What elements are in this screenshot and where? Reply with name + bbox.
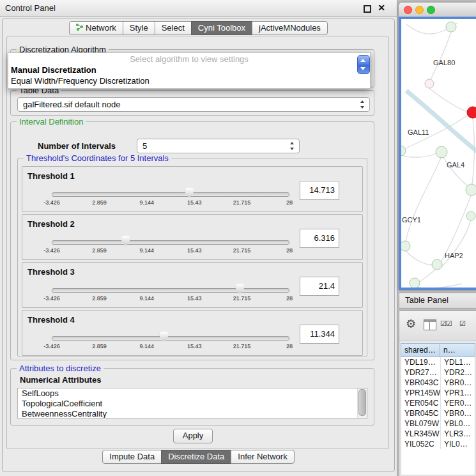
threshold-slider[interactable]: -3.4262.8599.14415.4321.71528 [52,238,289,259]
table-data-combo[interactable]: galFiltered.sif default node [17,97,370,112]
table-cell[interactable]: YBR0… [441,378,475,388]
table-cell[interactable]: YDR2… [441,367,475,378]
table-rows: YDL19…YDL1…YDR27…YDR2…YBR043CYBR0…YPR145… [401,357,475,475]
slider-scale: -3.4262.8599.14415.4321.71528 [52,342,289,351]
settings-gear-icon[interactable]: ⚙ [406,317,416,331]
tab-style[interactable]: Style [123,21,155,35]
network-tab-icon [76,22,83,35]
table-row[interactable]: YDL19…YDL1… [401,357,475,367]
number-of-intervals-combo[interactable]: 5 [137,139,300,153]
table-cell[interactable]: YLR3… [441,429,475,439]
network-node[interactable] [466,211,475,220]
table-row[interactable]: YLR345WYLR3… [401,429,475,439]
float-panel-button[interactable] [364,5,371,13]
attributes-group: Attributes to discretize Numerical Attri… [10,368,374,426]
table-cell[interactable]: YDR27… [401,367,441,378]
select-all-icon[interactable]: ☑ [459,319,465,328]
tick-label: 9.144 [140,247,155,254]
table-toolbar: ⚙ ☑☑ ☑ [399,311,476,341]
attribute-item[interactable]: BetweennessCentrality [18,409,367,418]
interval-definition-group-label: Interval Definition [17,117,86,127]
traffic-light-close[interactable] [404,6,412,14]
threshold-slider[interactable]: -3.4262.8599.14415.4321.71528 [52,334,289,355]
table-row[interactable]: YER054CYER0… [401,398,475,408]
threshold-panel-4: Threshold 4 -3.4262.8599.14415.4321.7152… [22,310,363,356]
show-columns-icon[interactable] [424,319,436,330]
tab-network[interactable]: Network [69,21,123,35]
table-cell[interactable]: YDL19… [401,357,441,367]
tab-jactivemodules[interactable]: jActiveMNodules [252,21,328,35]
tick-label: 15.43 [187,199,202,206]
table-row[interactable]: YBL079WYBL0… [401,418,475,429]
table-row[interactable]: YBR045CYBR0… [401,408,475,418]
tick-label: 2.859 [92,343,107,349]
panel-title: Control Panel [5,3,56,13]
tick-label: 28 [286,247,293,254]
network-node[interactable] [466,184,476,196]
select-functions-icon[interactable]: ☑☑ [440,319,452,328]
tab-label: Select [162,22,185,35]
attribute-item[interactable]: SelfLoops [18,388,367,399]
slider-scale: -3.4262.8599.14415.4321.71528 [52,198,289,207]
network-node[interactable] [436,146,447,158]
attribute-item[interactable]: TopologicalCoefficient [18,399,367,409]
table-cell[interactable]: YDL1… [441,357,475,367]
tick-label: 2.859 [92,295,107,302]
table-cell[interactable]: YPR145W [401,388,441,398]
tab-discretize-data[interactable]: Discretize Data [161,450,231,464]
table-cell[interactable]: YIL0… [441,439,475,449]
network-node-selected[interactable] [467,107,476,118]
tick-label: 21.715 [233,295,251,302]
table-row[interactable]: YBR043CYBR0… [401,378,475,388]
table-row[interactable]: YDR27…YDR2… [401,367,475,378]
table-cell[interactable]: YIL052C [401,439,441,449]
threshold-value-field[interactable]: 14.713 [300,181,339,200]
header-cell-shared-name[interactable]: shared… [401,343,440,357]
table-cell[interactable]: YBL079W [401,418,441,429]
node-label: GAL11 [408,128,429,136]
threshold-slider[interactable]: -3.4262.8599.14415.4321.71528 [52,286,289,307]
threshold-value-field[interactable]: 6.316 [300,229,339,248]
tab-select[interactable]: Select [155,21,192,35]
dropdown-option-manual-discretization[interactable]: Manual Discretization [11,65,96,75]
table-header: shared… n… [401,343,475,357]
numerical-attributes-list[interactable]: SelfLoopsTopologicalCoefficientBetweenne… [17,388,367,418]
tab-infer-network[interactable]: Infer Network [231,450,294,464]
table-cell[interactable]: YLR345W [401,429,441,439]
table-row[interactable]: YPR145WYPR1… [401,388,475,398]
algorithm-combo-stepper[interactable] [357,55,370,74]
threshold-label: Threshold 1 [27,171,75,181]
header-cell-name[interactable]: n… [440,343,475,357]
interval-definition-group: Interval Definition Number of Intervals … [10,121,374,360]
table-cell[interactable]: YER0… [441,398,475,408]
slider-track [52,336,289,341]
scrollbar-thumb[interactable] [358,389,366,416]
tab-cyni-toolbox[interactable]: Cyni Toolbox [191,21,252,35]
network-node[interactable] [432,259,442,270]
table-cell[interactable]: YER054C [401,398,441,408]
threshold-slider[interactable]: -3.4262.8599.14415.4321.71528 [52,190,289,211]
table-cell[interactable]: YBR043C [401,378,441,388]
network-canvas[interactable]: GAL80 GAL11 GAL4 GCY1 HAP2 [399,17,476,290]
table-cell[interactable]: YBR045C [401,408,441,418]
close-panel-icon[interactable]: ✕ [378,3,385,13]
table-row[interactable]: YIL052CYIL0… [401,439,475,449]
table-cell[interactable]: YPR1… [441,388,475,398]
traffic-light-minimize[interactable] [415,6,424,14]
network-node[interactable] [425,79,434,88]
table-cell[interactable]: YBL0… [441,418,475,429]
slider-track [52,192,289,197]
table-cell[interactable]: YBR0… [441,408,475,418]
network-node[interactable] [401,146,406,156]
dropdown-option-equal-width-frequency[interactable]: Equal Width/Frequency Discretization [11,76,150,86]
network-node[interactable] [401,241,410,251]
network-node[interactable] [446,22,456,32]
list-scrollbar[interactable] [357,388,367,418]
network-graph: GAL80 GAL11 GAL4 GCY1 HAP2 [401,19,476,288]
tab-impute-data[interactable]: Impute Data [102,450,162,464]
threshold-value-field[interactable]: 21.4 [300,277,339,296]
threshold-value-field[interactable]: 11.344 [300,325,339,344]
network-node[interactable] [410,278,420,288]
apply-button[interactable]: Apply [173,429,213,443]
traffic-light-zoom[interactable] [427,6,435,14]
